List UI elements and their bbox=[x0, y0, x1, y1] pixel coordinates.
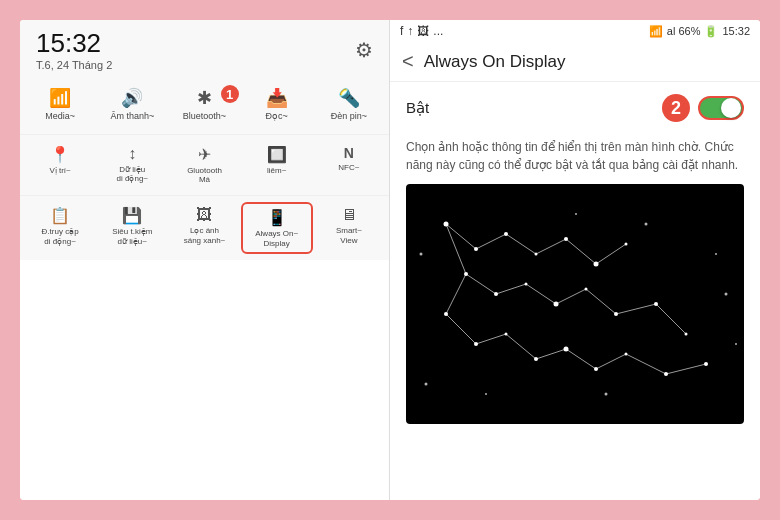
toggle-media[interactable]: 📶 Media~ bbox=[24, 83, 96, 126]
svg-rect-0 bbox=[406, 194, 744, 414]
tile-filter[interactable]: 🖼 Lọc ánhsáng xanh~ bbox=[168, 202, 240, 254]
page-title: Always On Display bbox=[424, 52, 566, 72]
quick-toggles-row1: 📶 Media~ 🔊 Âm thanh~ 1 ✱ Bluetooth~ 📥 Đọ… bbox=[20, 75, 389, 135]
toggle-doc[interactable]: 📥 Đọc~ bbox=[241, 83, 313, 126]
battery-icon: 🔋 bbox=[704, 25, 718, 38]
svg-point-41 bbox=[505, 333, 508, 336]
header-bar: < Always On Display bbox=[390, 42, 760, 82]
access-icon: 📋 bbox=[50, 206, 70, 225]
annotation-1: 1 bbox=[221, 85, 239, 103]
svg-point-53 bbox=[735, 343, 737, 345]
svg-point-48 bbox=[420, 253, 423, 256]
tile-location[interactable]: 📍 Vị trí~ bbox=[24, 141, 96, 189]
location-label: Vị trí~ bbox=[49, 166, 70, 176]
svg-point-34 bbox=[554, 302, 559, 307]
preview-image bbox=[406, 184, 744, 424]
filter-label: Lọc ánhsáng xanh~ bbox=[184, 226, 226, 245]
right-status-bar: f ↑ 🖼 ... 📶 al 66% 🔋 15:32 bbox=[390, 20, 760, 42]
svg-point-42 bbox=[534, 357, 538, 361]
smart-view-label: Smart~View bbox=[336, 226, 362, 245]
right-status-right: 📶 al 66% 🔋 15:32 bbox=[649, 25, 750, 38]
tile-save[interactable]: 💾 Siêu t.kiệmdữ liệu~ bbox=[96, 202, 168, 254]
quick-tiles-row3: 📋 Đ.truy cậpdi động~ 💾 Siêu t.kiệmdữ liệ… bbox=[20, 196, 389, 260]
save-icon: 💾 bbox=[122, 206, 142, 225]
svg-point-43 bbox=[564, 347, 569, 352]
svg-point-44 bbox=[594, 367, 598, 371]
access-label: Đ.truy cậpdi động~ bbox=[42, 227, 79, 246]
flashlight-icon: 🔦 bbox=[338, 87, 360, 109]
toggle-bluetooth[interactable]: 1 ✱ Bluetooth~ bbox=[168, 83, 240, 126]
tile-data[interactable]: ↕ Dữ liệudi động~ bbox=[96, 141, 168, 189]
left-status-info: 15:32 T.6, 24 Tháng 2 bbox=[36, 28, 112, 71]
tile-access[interactable]: 📋 Đ.truy cậpdi động~ bbox=[24, 202, 96, 254]
sound-label: Âm thanh~ bbox=[110, 111, 154, 122]
svg-point-38 bbox=[685, 333, 688, 336]
description-text: Chọn ảnh hoặc thông tin để hiển thị trên… bbox=[390, 134, 760, 184]
media-label: Media~ bbox=[45, 111, 75, 122]
svg-point-50 bbox=[645, 223, 648, 226]
svg-point-51 bbox=[715, 253, 717, 255]
liem-icon: 🔲 bbox=[267, 145, 287, 164]
nfc-label: NFC~ bbox=[338, 163, 359, 173]
location-icon: 📍 bbox=[50, 145, 70, 164]
svg-point-45 bbox=[625, 353, 628, 356]
svg-point-40 bbox=[474, 342, 478, 346]
svg-point-35 bbox=[585, 288, 588, 291]
svg-point-56 bbox=[605, 393, 608, 396]
tile-nfc[interactable]: N NFC~ bbox=[313, 141, 385, 189]
svg-point-46 bbox=[664, 372, 668, 376]
svg-point-26 bbox=[504, 232, 508, 236]
wifi-icon: 📶 bbox=[649, 25, 663, 38]
right-status-left: f ↑ 🖼 ... bbox=[400, 24, 443, 38]
svg-point-33 bbox=[525, 283, 528, 286]
svg-point-55 bbox=[485, 393, 487, 395]
data-icon: ↕ bbox=[128, 145, 136, 163]
nfc-icon: N bbox=[344, 145, 354, 161]
liem-label: liêm~ bbox=[267, 166, 286, 176]
svg-point-47 bbox=[704, 362, 708, 366]
svg-point-52 bbox=[725, 293, 728, 296]
right-time: 15:32 bbox=[722, 25, 750, 37]
filter-icon: 🖼 bbox=[196, 206, 212, 224]
bluetooth-icon: ✱ bbox=[197, 87, 212, 109]
svg-point-29 bbox=[594, 262, 599, 267]
tile-always-on-display[interactable]: 📱 Always On~Display bbox=[241, 202, 313, 254]
doc-icon: 📥 bbox=[266, 87, 288, 109]
tile-liem[interactable]: 🔲 liêm~ bbox=[241, 141, 313, 189]
main-container: 15:32 T.6, 24 Tháng 2 ⚙ 📶 Media~ 🔊 Âm th… bbox=[20, 20, 760, 500]
img-icon: 🖼 bbox=[417, 24, 429, 38]
svg-point-31 bbox=[464, 272, 468, 276]
svg-point-30 bbox=[625, 243, 628, 246]
svg-point-49 bbox=[575, 213, 577, 215]
setting-right: 2 bbox=[662, 94, 744, 122]
svg-point-25 bbox=[474, 247, 478, 251]
tile-smart-view[interactable]: 🖥 Smart~View bbox=[313, 202, 385, 254]
back-button[interactable]: < bbox=[402, 50, 414, 73]
left-status-bar: 15:32 T.6, 24 Tháng 2 ⚙ bbox=[20, 20, 389, 75]
constellation-svg bbox=[406, 184, 744, 424]
svg-point-54 bbox=[425, 383, 428, 386]
svg-point-24 bbox=[444, 222, 449, 227]
quick-tiles-row2: 📍 Vị trí~ ↕ Dữ liệudi động~ ✈ GluotoothM… bbox=[20, 135, 389, 196]
aod-icon: 📱 bbox=[267, 208, 287, 227]
svg-point-27 bbox=[535, 253, 538, 256]
bt-ma-label: GluotoothMá bbox=[187, 166, 222, 185]
svg-point-37 bbox=[654, 302, 658, 306]
svg-point-39 bbox=[444, 312, 448, 316]
tile-bluetooth-ma[interactable]: ✈ GluotoothMá bbox=[168, 141, 240, 189]
flashlight-label: Đèn pin~ bbox=[331, 111, 367, 122]
signal-text: al 66% bbox=[667, 25, 701, 37]
settings-icon[interactable]: ⚙ bbox=[355, 38, 373, 62]
aod-label: Always On~Display bbox=[255, 229, 298, 248]
fb-icon: f bbox=[400, 24, 403, 38]
toggle-knob bbox=[721, 98, 741, 118]
upload-icon: ↑ bbox=[407, 24, 413, 38]
dots: ... bbox=[433, 24, 443, 38]
right-panel: f ↑ 🖼 ... 📶 al 66% 🔋 15:32 < Always On D… bbox=[390, 20, 760, 500]
toggle-switch-aod[interactable] bbox=[698, 96, 744, 120]
bat-label: Bật bbox=[406, 99, 429, 117]
toggle-sound[interactable]: 🔊 Âm thanh~ bbox=[96, 83, 168, 126]
setting-row: Bật 2 bbox=[390, 82, 760, 134]
toggle-flashlight[interactable]: 🔦 Đèn pin~ bbox=[313, 83, 385, 126]
svg-point-36 bbox=[614, 312, 618, 316]
